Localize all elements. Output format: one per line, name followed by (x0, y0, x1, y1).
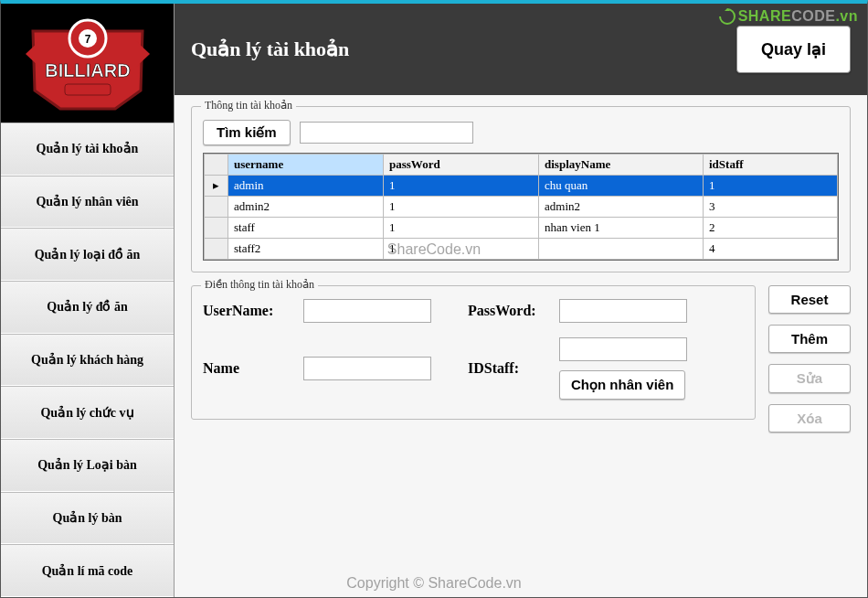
cell-displayname: admin2 (539, 197, 704, 218)
cell-password: 1 (384, 197, 539, 218)
form-area: Điền thông tin tài khoản UserName: PassW… (191, 285, 851, 432)
label-idstaff: IDStaff: (468, 360, 550, 377)
row-indicator-icon (205, 239, 228, 260)
cell-idstaff: 1 (704, 176, 838, 197)
idstaff-column: Chọn nhân viên (559, 337, 687, 400)
col-password[interactable]: passWord (384, 155, 539, 176)
sidebar-item-tabletype[interactable]: Quản lý Loại bàn (1, 439, 174, 492)
idstaff-input[interactable] (559, 337, 687, 361)
layout: 7 BILLIARD Quản lý tài khoản Quản lý nhâ… (1, 4, 867, 597)
search-button[interactable]: Tìm kiếm (203, 120, 291, 145)
row-selector-header (205, 155, 228, 176)
header-bar: Quản lý tài khoản Quay lại (175, 4, 867, 95)
cell-idstaff: 4 (704, 239, 838, 260)
cell-username: admin (228, 176, 384, 197)
cell-password: 1 (384, 176, 539, 197)
edit-button[interactable]: Sửa (768, 364, 851, 393)
sidebar-item-label: Quản lý loại đồ ăn (35, 247, 141, 262)
sidebar-item-label: Quản lý chức vụ (40, 405, 133, 421)
table-header-row: username passWord displayName idStaff (205, 155, 838, 176)
table-row[interactable]: ▸ admin 1 chu quan 1 (205, 176, 838, 197)
cell-displayname: chu quan (539, 176, 704, 197)
password-input[interactable] (559, 299, 687, 323)
sidebar-item-tables[interactable]: Quản lý bàn (1, 492, 174, 545)
svg-text:BILLIARD: BILLIARD (45, 60, 130, 80)
cell-idstaff: 2 (704, 218, 838, 239)
sidebar-item-label: Quản lí mã code (42, 563, 133, 579)
sidebar-item-label: Quản lý tài khoản (37, 141, 139, 156)
back-button[interactable]: Quay lại (736, 26, 851, 73)
label-password: PassWord: (468, 303, 550, 319)
choose-staff-button[interactable]: Chọn nhân viên (559, 370, 685, 400)
svg-rect-5 (65, 84, 111, 95)
name-input[interactable] (303, 357, 431, 380)
col-idstaff[interactable]: idStaff (704, 155, 838, 176)
row-indicator-icon (205, 197, 228, 218)
add-button[interactable]: Thêm (768, 325, 851, 353)
sidebar-item-label: Quản lý khách hàng (31, 352, 143, 368)
search-row: Tìm kiếm (203, 120, 839, 145)
label-username: UserName: (203, 303, 294, 319)
table-row[interactable]: admin2 1 admin2 3 (205, 197, 838, 218)
page-title: Quản lý tài khoản (191, 37, 349, 61)
edit-account-group: Điền thông tin tài khoản UserName: PassW… (191, 285, 756, 420)
form-row-name-idstaff: Name IDStaff: Chọn nhân viên (203, 337, 744, 400)
cell-password: 1 (384, 218, 539, 239)
delete-button[interactable]: Xóa (768, 404, 851, 432)
sidebar-item-foodtype[interactable]: Quản lý loại đồ ăn (1, 228, 174, 281)
cell-username: staff2 (228, 239, 384, 260)
svg-text:7: 7 (84, 33, 90, 46)
account-table: username passWord displayName idStaff ▸ … (204, 154, 838, 260)
cell-username: admin2 (228, 197, 384, 218)
billiard-logo-icon: 7 BILLIARD (24, 13, 152, 113)
search-input[interactable] (300, 122, 473, 144)
action-button-column: Reset Thêm Sửa Xóa (768, 285, 851, 432)
sidebar-item-label: Quản lý bàn (53, 510, 122, 526)
group-title: Điền thông tin tài khoản (201, 278, 318, 292)
sidebar-item-customers[interactable]: Quản lý khách hàng (1, 334, 174, 387)
app-window: 7 BILLIARD Quản lý tài khoản Quản lý nhâ… (0, 0, 868, 598)
cell-displayname: nhan vien 1 (539, 218, 704, 239)
table-row[interactable]: staff2 1 4 (205, 239, 838, 260)
label-name: Name (203, 360, 294, 377)
main-area: Quản lý tài khoản Quay lại Thông tin tài… (175, 4, 867, 597)
table-row[interactable]: staff 1 nhan vien 1 2 (205, 218, 838, 239)
form-row-user-pass: UserName: PassWord: (203, 299, 744, 323)
app-logo: 7 BILLIARD (1, 4, 174, 123)
group-title: Thông tin tài khoản (201, 99, 296, 112)
sidebar-item-accounts[interactable]: Quản lý tài khoản (1, 123, 174, 176)
sidebar-item-label: Quản lý nhân viên (36, 194, 138, 209)
sidebar-item-roles[interactable]: Quản lý chức vụ (1, 386, 174, 439)
account-grid[interactable]: username passWord displayName idStaff ▸ … (203, 153, 839, 261)
cell-password: 1 (384, 239, 539, 260)
col-username[interactable]: username (228, 155, 384, 176)
cell-idstaff: 3 (704, 197, 838, 218)
username-input[interactable] (303, 299, 431, 323)
sidebar-item-staff[interactable]: Quản lý nhân viên (1, 176, 174, 229)
account-info-group: Thông tin tài khoản Tìm kiếm (191, 106, 851, 272)
reset-button[interactable]: Reset (768, 285, 851, 314)
cell-displayname (539, 239, 704, 260)
sidebar-item-label: Quản lý đồ ăn (47, 299, 127, 315)
content-area: Thông tin tài khoản Tìm kiếm (175, 95, 867, 597)
sidebar-item-food[interactable]: Quản lý đồ ăn (1, 281, 174, 334)
row-indicator-icon (205, 218, 228, 239)
row-indicator-icon: ▸ (205, 176, 228, 197)
sidebar-item-codes[interactable]: Quản lí mã code (1, 544, 174, 597)
sidebar-item-label: Quản lý Loại bàn (37, 457, 137, 473)
col-displayname[interactable]: displayName (539, 155, 704, 176)
sidebar: 7 BILLIARD Quản lý tài khoản Quản lý nhâ… (1, 4, 175, 597)
cell-username: staff (228, 218, 384, 239)
